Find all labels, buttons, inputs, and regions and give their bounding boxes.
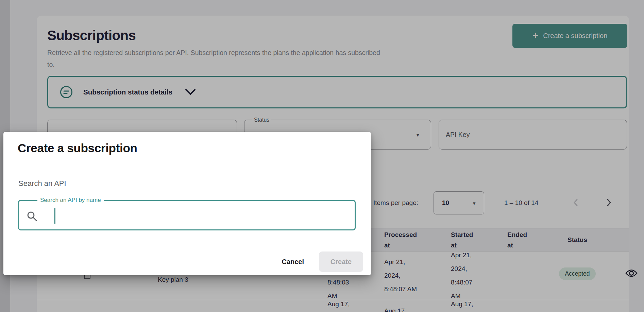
search-api-field-label: Search an API by name	[37, 197, 104, 204]
create-subscription-dialog: Create a subscription Search an API Sear…	[3, 132, 371, 275]
create-button[interactable]: Create	[319, 252, 363, 272]
dialog-actions: Cancel Create	[279, 252, 363, 272]
search-api-field[interactable]: Search an API by name	[18, 200, 356, 230]
search-icon	[27, 211, 37, 222]
search-api-section-label: Search an API	[18, 179, 66, 188]
dialog-title: Create a subscription	[18, 141, 137, 155]
search-api-input[interactable]	[53, 204, 345, 227]
cancel-button[interactable]: Cancel	[279, 255, 306, 269]
